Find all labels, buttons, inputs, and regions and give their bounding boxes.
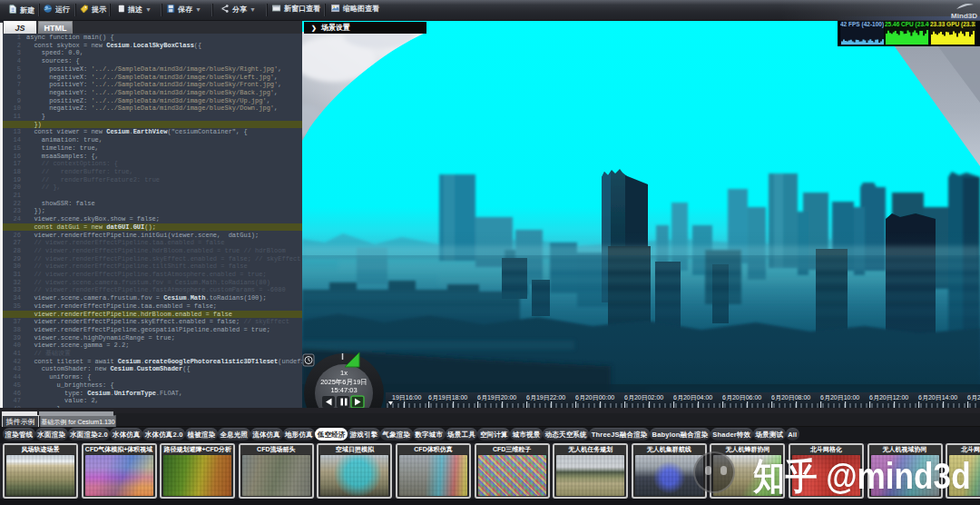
svg-text:2025年6月19日: 2025年6月19日 — [320, 378, 368, 386]
svg-text:1x: 1x — [340, 369, 348, 377]
svg-text:15:47:03: 15:47:03 — [330, 386, 357, 394]
